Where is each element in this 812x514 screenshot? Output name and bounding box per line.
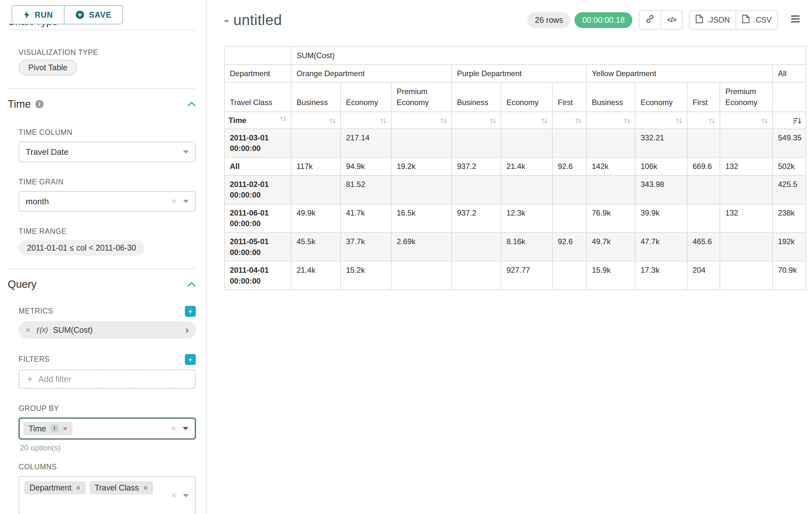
sort-icon[interactable] <box>708 116 716 124</box>
pivot-subcolumn-header: Premium Economy <box>720 82 773 112</box>
chevron-up-icon[interactable] <box>187 282 196 287</box>
tag-label: Department <box>30 483 71 492</box>
row-count-badge: 26 rows <box>527 12 571 28</box>
pivot-value-cell: 669.6 <box>687 157 720 175</box>
metric-item[interactable]: × ƒ(x) SUM(Cost) › <box>19 321 196 339</box>
plus-icon: + <box>188 307 193 316</box>
pivot-metric-header: SUM(Cost) <box>291 47 806 64</box>
pivot-value-cell <box>291 175 341 204</box>
chart-title[interactable]: - untitled <box>224 11 282 29</box>
remove-tag-icon[interactable]: × <box>76 484 81 492</box>
group-by-select[interactable]: Time i × × <box>19 417 196 439</box>
pivot-sort-cell[interactable] <box>291 112 341 129</box>
pivot-row-label: 2011-04-01 00:00:00 <box>224 261 291 290</box>
caret-right-icon[interactable]: › <box>185 324 189 335</box>
query-timer-badge: 00:00:00.18 <box>575 12 632 28</box>
caret-down-icon <box>183 494 189 497</box>
pivot-value-cell: 332.21 <box>635 129 687 157</box>
sort-desc-icon[interactable] <box>793 116 802 124</box>
menu-button[interactable] <box>786 10 805 30</box>
pivot-corner-cell <box>224 47 291 64</box>
time-column-select[interactable]: Travel Date <box>19 142 196 162</box>
clear-icon[interactable]: × <box>171 491 176 500</box>
pivot-sort-cell[interactable] <box>501 112 552 129</box>
pivot-value-cell: 217.14 <box>341 129 391 157</box>
sort-icon[interactable] <box>489 116 497 124</box>
pivot-value-cell: 37.7k <box>341 233 391 261</box>
pivot-table: SUM(Cost)DepartmentOrange DepartmentPurp… <box>224 46 806 290</box>
save-button[interactable]: SAVE <box>64 5 123 24</box>
time-grain-value: month <box>26 197 49 207</box>
time-section-header[interactable]: Time i <box>8 98 196 110</box>
sort-icon[interactable] <box>541 116 548 124</box>
embed-code-button[interactable]: </> <box>661 10 683 30</box>
pivot-sorted-column-cell[interactable] <box>773 112 806 129</box>
time-range-pill[interactable]: 2011-01-01 ≤ col < 2011-06-30 <box>19 240 144 256</box>
pivot-subcolumn-header <box>773 82 806 112</box>
remove-tag-icon[interactable]: × <box>143 484 148 492</box>
pivot-row-label: 2011-05-01 00:00:00 <box>224 233 291 261</box>
pivot-value-cell <box>687 129 720 157</box>
columns-select[interactable]: Department × Travel Class × × <box>19 476 196 514</box>
pivot-value-cell: 21.4k <box>291 261 341 290</box>
pivot-time-sort-cell[interactable]: Time <box>224 112 291 129</box>
sort-icon[interactable] <box>279 115 287 126</box>
pivot-subcolumn-header: Business <box>452 82 501 112</box>
pivot-value-cell: 502k <box>773 157 806 175</box>
sort-icon[interactable] <box>575 116 582 124</box>
pivot-value-cell <box>552 261 586 290</box>
time-grain-select[interactable]: month × <box>19 191 196 212</box>
time-column-value: Travel Date <box>26 147 68 157</box>
pivot-data-row: 2011-04-01 00:00:0021.4k15.2k927.7715.9k… <box>224 261 806 290</box>
sort-icon[interactable] <box>623 116 631 124</box>
visualization-type-value[interactable]: Pivot Table <box>19 60 77 76</box>
pivot-value-cell: 16.5k <box>391 204 452 233</box>
sort-icon[interactable] <box>440 116 447 124</box>
sort-icon[interactable] <box>329 116 336 124</box>
time-grain-label: TIME GRAIN <box>19 178 196 187</box>
pivot-sort-cell[interactable] <box>391 112 452 129</box>
pivot-sort-cell[interactable] <box>341 112 391 129</box>
download-csv-button[interactable]: .CSV <box>735 10 778 30</box>
clear-icon[interactable]: × <box>171 197 176 206</box>
pivot-sort-cell[interactable] <box>586 112 635 129</box>
pivot-value-cell <box>720 233 773 261</box>
pivot-subcolumn-header: Economy <box>501 82 552 112</box>
download-json-button[interactable]: .JSON <box>689 10 736 30</box>
clear-icon[interactable]: × <box>171 424 176 433</box>
run-button[interactable]: RUN <box>11 5 64 24</box>
add-filter-label: Add filter <box>38 374 71 384</box>
remove-tag-icon[interactable]: × <box>63 425 67 432</box>
pivot-value-cell: 132 <box>720 204 773 233</box>
sort-icon[interactable] <box>379 116 387 124</box>
csv-button-label: .CSV <box>754 16 772 24</box>
pivot-value-cell: 70.9k <box>773 261 806 290</box>
pivot-value-cell: 92.6 <box>552 233 586 261</box>
add-metric-button[interactable]: + <box>185 306 196 317</box>
query-section-title: Query <box>8 278 37 290</box>
add-filter-button[interactable]: + Add filter <box>19 370 196 389</box>
add-filter-plus-button[interactable]: + <box>185 354 196 365</box>
columns-tag[interactable]: Travel Class × <box>90 481 153 494</box>
sort-icon[interactable] <box>761 116 768 124</box>
pivot-sort-cell[interactable] <box>687 112 720 129</box>
pivot-value-cell: 39.9k <box>635 204 687 233</box>
pivot-value-cell <box>452 233 501 261</box>
pivot-sort-row: Time <box>224 112 806 129</box>
pivot-sort-cell[interactable] <box>552 112 586 129</box>
pivot-travel-class-label: Travel Class <box>224 82 291 112</box>
columns-tag[interactable]: Department × <box>24 481 86 494</box>
metric-label: SUM(Cost) <box>53 325 93 335</box>
pivot-sort-cell[interactable] <box>635 112 687 129</box>
pivot-sort-cell[interactable] <box>452 112 501 129</box>
chevron-up-icon[interactable] <box>187 102 196 107</box>
pivot-value-cell: 204 <box>687 261 720 290</box>
pivot-sort-cell[interactable] <box>720 112 773 129</box>
share-link-button[interactable] <box>639 10 661 30</box>
plus-icon: + <box>188 355 193 364</box>
sort-icon[interactable] <box>675 116 683 124</box>
group-by-tag[interactable]: Time i × <box>23 422 72 435</box>
query-section-header[interactable]: Query <box>8 278 196 290</box>
remove-metric-icon[interactable]: × <box>26 325 30 335</box>
pivot-row-label: 2011-06-01 00:00:00 <box>224 204 291 233</box>
